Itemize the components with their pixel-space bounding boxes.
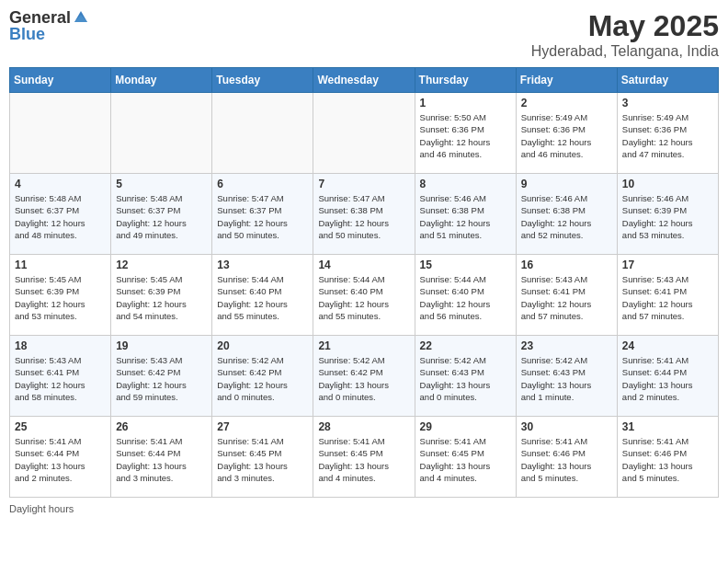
day-number: 15 [420, 259, 511, 271]
calendar-cell [10, 93, 111, 174]
calendar-cell: 4Sunrise: 5:48 AM Sunset: 6:37 PM Daylig… [10, 174, 111, 255]
day-number: 25 [15, 420, 106, 433]
day-number: 10 [622, 178, 713, 190]
calendar-cell: 20Sunrise: 5:42 AM Sunset: 6:42 PM Dayli… [212, 336, 313, 417]
calendar-cell: 23Sunrise: 5:42 AM Sunset: 6:43 PM Dayli… [516, 336, 617, 417]
day-info: Sunrise: 5:41 AM Sunset: 6:45 PM Dayligh… [217, 435, 308, 484]
day-info: Sunrise: 5:46 AM Sunset: 6:39 PM Dayligh… [622, 192, 713, 241]
day-number: 18 [15, 339, 106, 352]
calendar-cell: 6Sunrise: 5:47 AM Sunset: 6:37 PM Daylig… [212, 174, 313, 255]
day-info: Sunrise: 5:41 AM Sunset: 6:44 PM Dayligh… [15, 435, 106, 484]
day-number: 7 [318, 178, 409, 190]
weekday-header: Tuesday [212, 68, 313, 93]
day-number: 12 [116, 259, 207, 271]
weekday-header: Friday [516, 68, 617, 93]
day-number: 20 [217, 339, 308, 352]
day-number: 17 [622, 259, 713, 271]
calendar-cell: 2Sunrise: 5:49 AM Sunset: 6:36 PM Daylig… [516, 93, 617, 174]
day-info: Sunrise: 5:46 AM Sunset: 6:38 PM Dayligh… [420, 192, 511, 241]
calendar-cell: 14Sunrise: 5:44 AM Sunset: 6:40 PM Dayli… [313, 255, 415, 336]
day-info: Sunrise: 5:41 AM Sunset: 6:44 PM Dayligh… [622, 354, 713, 403]
calendar-cell: 17Sunrise: 5:43 AM Sunset: 6:41 PM Dayli… [617, 255, 718, 336]
calendar-cell [212, 93, 313, 174]
calendar-cell: 24Sunrise: 5:41 AM Sunset: 6:44 PM Dayli… [617, 336, 718, 417]
calendar-cell: 12Sunrise: 5:45 AM Sunset: 6:39 PM Dayli… [111, 255, 212, 336]
calendar-cell: 16Sunrise: 5:43 AM Sunset: 6:41 PM Dayli… [516, 255, 617, 336]
calendar-table: SundayMondayTuesdayWednesdayThursdayFrid… [9, 67, 719, 498]
footer: Daylight hours [9, 503, 719, 514]
day-info: Sunrise: 5:42 AM Sunset: 6:42 PM Dayligh… [318, 354, 409, 403]
weekday-header: Saturday [617, 68, 718, 93]
weekday-header: Monday [111, 68, 212, 93]
day-number: 16 [521, 259, 612, 271]
calendar-cell: 28Sunrise: 5:41 AM Sunset: 6:45 PM Dayli… [313, 417, 415, 498]
day-info: Sunrise: 5:41 AM Sunset: 6:44 PM Dayligh… [116, 435, 207, 484]
weekday-header: Sunday [10, 68, 111, 93]
day-info: Sunrise: 5:47 AM Sunset: 6:37 PM Dayligh… [217, 192, 308, 241]
day-info: Sunrise: 5:45 AM Sunset: 6:39 PM Dayligh… [116, 273, 207, 322]
calendar-title: May 2025 [531, 9, 719, 43]
calendar-cell: 7Sunrise: 5:47 AM Sunset: 6:38 PM Daylig… [313, 174, 415, 255]
day-info: Sunrise: 5:41 AM Sunset: 6:45 PM Dayligh… [420, 435, 511, 484]
day-number: 6 [217, 178, 308, 190]
calendar-cell: 31Sunrise: 5:41 AM Sunset: 6:46 PM Dayli… [617, 417, 718, 498]
calendar-cell: 19Sunrise: 5:43 AM Sunset: 6:42 PM Dayli… [111, 336, 212, 417]
day-number: 8 [420, 178, 511, 190]
calendar-cell [111, 93, 212, 174]
logo-general: General [9, 9, 89, 26]
day-info: Sunrise: 5:44 AM Sunset: 6:40 PM Dayligh… [217, 273, 308, 322]
day-info: Sunrise: 5:42 AM Sunset: 6:42 PM Dayligh… [217, 354, 308, 403]
day-info: Sunrise: 5:45 AM Sunset: 6:39 PM Dayligh… [15, 273, 106, 322]
calendar-cell: 26Sunrise: 5:41 AM Sunset: 6:44 PM Dayli… [111, 417, 212, 498]
day-info: Sunrise: 5:42 AM Sunset: 6:43 PM Dayligh… [420, 354, 511, 403]
calendar-cell: 5Sunrise: 5:48 AM Sunset: 6:37 PM Daylig… [111, 174, 212, 255]
calendar-cell: 1Sunrise: 5:50 AM Sunset: 6:36 PM Daylig… [415, 93, 516, 174]
calendar-location: Hyderabad, Telangana, India [531, 43, 719, 60]
svg-marker-1 [74, 15, 87, 22]
calendar-cell: 15Sunrise: 5:44 AM Sunset: 6:40 PM Dayli… [415, 255, 516, 336]
day-info: Sunrise: 5:41 AM Sunset: 6:46 PM Dayligh… [622, 435, 713, 484]
calendar-cell: 13Sunrise: 5:44 AM Sunset: 6:40 PM Dayli… [212, 255, 313, 336]
calendar-cell: 3Sunrise: 5:49 AM Sunset: 6:36 PM Daylig… [617, 93, 718, 174]
day-number: 26 [116, 420, 207, 433]
calendar-cell: 10Sunrise: 5:46 AM Sunset: 6:39 PM Dayli… [617, 174, 718, 255]
calendar-cell: 30Sunrise: 5:41 AM Sunset: 6:46 PM Dayli… [516, 417, 617, 498]
day-info: Sunrise: 5:49 AM Sunset: 6:36 PM Dayligh… [622, 111, 713, 160]
day-info: Sunrise: 5:49 AM Sunset: 6:36 PM Dayligh… [521, 111, 612, 160]
logo: General Blue [9, 9, 89, 42]
weekday-header: Thursday [415, 68, 516, 93]
day-number: 1 [420, 97, 511, 109]
calendar-cell: 9Sunrise: 5:46 AM Sunset: 6:38 PM Daylig… [516, 174, 617, 255]
day-number: 14 [318, 259, 409, 271]
calendar-cell: 18Sunrise: 5:43 AM Sunset: 6:41 PM Dayli… [10, 336, 111, 417]
day-info: Sunrise: 5:46 AM Sunset: 6:38 PM Dayligh… [521, 192, 612, 241]
weekday-header: Wednesday [313, 68, 415, 93]
day-info: Sunrise: 5:48 AM Sunset: 6:37 PM Dayligh… [116, 192, 207, 241]
daylight-label: Daylight hours [9, 503, 74, 514]
day-info: Sunrise: 5:43 AM Sunset: 6:42 PM Dayligh… [116, 354, 207, 403]
calendar-cell [313, 93, 415, 174]
day-number: 29 [420, 420, 511, 433]
day-number: 27 [217, 420, 308, 433]
logo-blue: Blue [9, 26, 89, 42]
day-info: Sunrise: 5:44 AM Sunset: 6:40 PM Dayligh… [420, 273, 511, 322]
day-info: Sunrise: 5:47 AM Sunset: 6:38 PM Dayligh… [318, 192, 409, 241]
calendar-cell: 25Sunrise: 5:41 AM Sunset: 6:44 PM Dayli… [10, 417, 111, 498]
day-info: Sunrise: 5:41 AM Sunset: 6:46 PM Dayligh… [521, 435, 612, 484]
day-number: 31 [622, 420, 713, 433]
day-number: 28 [318, 420, 409, 433]
day-number: 2 [521, 97, 612, 109]
page-header: General Blue May 2025 Hyderabad, Telanga… [9, 9, 719, 60]
day-number: 4 [15, 178, 106, 190]
day-number: 11 [15, 259, 106, 271]
day-number: 23 [521, 339, 612, 352]
day-number: 3 [622, 97, 713, 109]
calendar-cell: 29Sunrise: 5:41 AM Sunset: 6:45 PM Dayli… [415, 417, 516, 498]
calendar-cell: 22Sunrise: 5:42 AM Sunset: 6:43 PM Dayli… [415, 336, 516, 417]
day-info: Sunrise: 5:43 AM Sunset: 6:41 PM Dayligh… [521, 273, 612, 322]
logo-text: General Blue [9, 9, 89, 42]
calendar-cell: 11Sunrise: 5:45 AM Sunset: 6:39 PM Dayli… [10, 255, 111, 336]
day-info: Sunrise: 5:43 AM Sunset: 6:41 PM Dayligh… [15, 354, 106, 403]
day-info: Sunrise: 5:42 AM Sunset: 6:43 PM Dayligh… [521, 354, 612, 403]
day-info: Sunrise: 5:44 AM Sunset: 6:40 PM Dayligh… [318, 273, 409, 322]
